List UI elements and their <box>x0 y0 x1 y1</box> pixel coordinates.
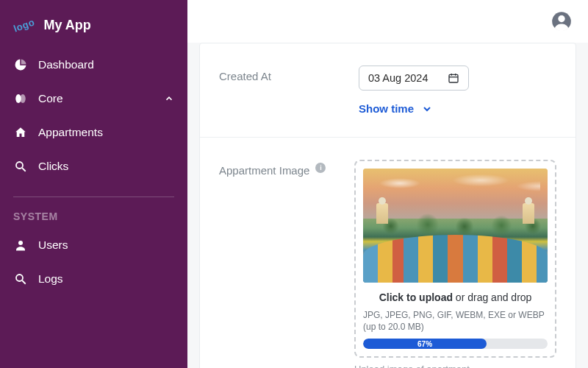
show-time-label: Show time <box>359 102 414 115</box>
calendar-icon <box>448 72 459 84</box>
sidebar-item-label: Clicks <box>38 160 68 173</box>
sidebar-item-core[interactable]: Core <box>0 82 187 116</box>
section-label-system: SYSTEM <box>0 206 187 228</box>
user-icon <box>13 238 28 252</box>
upload-preview-image <box>363 169 548 283</box>
core-icon <box>13 91 28 106</box>
svg-point-2 <box>16 162 23 169</box>
sidebar-item-clicks[interactable]: Clicks <box>0 149 187 183</box>
info-icon[interactable]: i <box>315 163 326 173</box>
sidebar-item-label: Core <box>38 92 63 105</box>
content: Created At 03 Aug 2024 Show time <box>187 43 588 368</box>
sidebar-item-users[interactable]: Users <box>0 228 187 262</box>
upload-progress: 67% <box>363 339 548 349</box>
sidebar-item-label: Logs <box>38 272 63 286</box>
upload-instruction: Click to upload or drag and drop <box>363 291 548 303</box>
chevron-down-icon <box>421 103 433 115</box>
show-time-toggle[interactable]: Show time <box>359 102 556 115</box>
nav-main: Dashboard Core Appartments Clicks <box>0 48 187 183</box>
svg-point-4 <box>18 241 23 245</box>
upload-formats: JPG, JPEG, PNG, GIF, WEBM, EXE or WEBP (… <box>363 309 548 333</box>
sidebar-item-label: Appartments <box>38 126 103 139</box>
date-input[interactable]: 03 Aug 2024 <box>359 66 469 91</box>
form-card: Created At 03 Aug 2024 Show time <box>199 43 576 368</box>
svg-rect-9 <box>449 74 458 82</box>
svg-point-1 <box>20 94 26 103</box>
sidebar-item-label: Users <box>38 238 68 252</box>
brand: logo My App <box>0 0 187 48</box>
avatar[interactable] <box>551 11 572 32</box>
nav-system: Users Logs <box>0 228 187 296</box>
search-icon <box>13 272 28 286</box>
row-created-at: Created At 03 Aug 2024 Show time <box>200 43 576 137</box>
progress-fill: 67% <box>363 339 487 349</box>
app-title: My App <box>43 18 90 33</box>
topbar <box>187 0 588 43</box>
sidebar-item-dashboard[interactable]: Dashboard <box>0 48 187 82</box>
divider <box>13 197 174 197</box>
sidebar-item-logs[interactable]: Logs <box>0 262 187 296</box>
sidebar-item-label: Dashboard <box>38 58 94 71</box>
svg-line-6 <box>22 280 26 284</box>
pie-chart-icon <box>13 57 28 72</box>
progress-label: 67% <box>363 339 487 349</box>
row-image: Appartment Image i Click to upload or dr… <box>200 137 576 368</box>
svg-point-8 <box>558 15 564 22</box>
home-icon <box>13 125 28 140</box>
chevron-up-icon <box>164 93 174 104</box>
upload-caption: Upload image of apartment <box>354 364 556 368</box>
logo-icon: logo <box>12 16 36 34</box>
sidebar-item-appartments[interactable]: Appartments <box>0 116 187 149</box>
svg-point-5 <box>16 275 23 281</box>
svg-line-3 <box>22 168 26 171</box>
upload-dropzone[interactable]: Click to upload or drag and drop JPG, JP… <box>354 160 556 358</box>
main: Created At 03 Aug 2024 Show time <box>187 0 588 368</box>
label-created-at: Created At <box>219 66 359 115</box>
date-value: 03 Aug 2024 <box>368 72 428 84</box>
search-icon <box>13 159 28 174</box>
label-appartment-image: Appartment Image <box>219 164 309 177</box>
upload-drag-text: or drag and drop <box>453 291 531 303</box>
sidebar: logo My App Dashboard Core Appartments <box>0 0 187 368</box>
upload-click-text: Click to upload <box>379 291 453 303</box>
nav-core-sub: Appartments Clicks <box>0 116 187 183</box>
